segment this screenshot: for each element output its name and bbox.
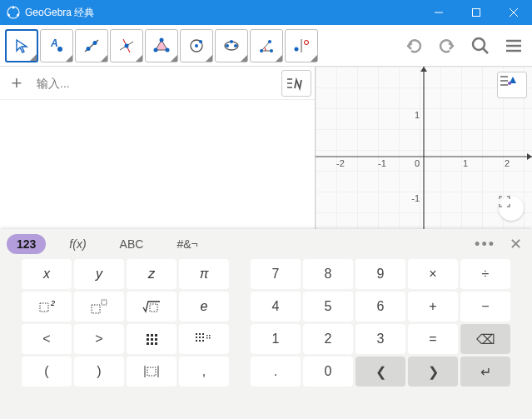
undo-button[interactable] [400, 32, 427, 59]
svg-rect-72 [147, 367, 156, 376]
menu-button[interactable] [500, 32, 527, 59]
kb-more-button[interactable]: ••• [475, 236, 495, 253]
add-input-button[interactable]: + [0, 72, 33, 94]
graphics-view[interactable]: -2 -1 0 1 2 1 -1 [316, 67, 532, 229]
svg-rect-63 [199, 337, 201, 338]
key-left[interactable]: ❮ [355, 357, 405, 387]
key-lparen[interactable]: ( [22, 357, 72, 387]
key-6[interactable]: 6 [355, 292, 405, 322]
svg-point-28 [270, 49, 273, 52]
key-0[interactable]: 0 [303, 357, 353, 387]
svg-point-27 [260, 49, 263, 52]
tool-angle[interactable] [250, 29, 283, 62]
svg-text:1: 1 [463, 158, 468, 168]
svg-point-21 [195, 44, 198, 47]
key-gt[interactable]: > [74, 324, 124, 354]
key-dot[interactable]: . [251, 357, 301, 387]
key-backspace[interactable]: ⌫ [460, 324, 510, 354]
key-enter[interactable]: ↵ [460, 357, 510, 387]
redo-button[interactable] [434, 32, 460, 59]
svg-text:2: 2 [50, 299, 55, 307]
fullscreen-button[interactable] [499, 196, 524, 221]
key-comma[interactable]: , [179, 357, 229, 387]
svg-point-9 [57, 47, 62, 52]
kb-tab-numeric[interactable]: 123 [7, 234, 46, 254]
algebra-view: + [0, 67, 316, 229]
key-minus[interactable]: − [460, 292, 510, 322]
svg-point-25 [234, 44, 237, 47]
search-button[interactable] [467, 32, 494, 59]
key-sqrt[interactable] [127, 292, 177, 322]
key-x[interactable]: x [22, 259, 72, 289]
maximize-button[interactable] [457, 0, 495, 25]
key-7[interactable]: 7 [251, 259, 301, 289]
tool-polygon[interactable] [145, 29, 178, 62]
key-y[interactable]: y [74, 259, 124, 289]
minimize-button[interactable] [420, 0, 457, 25]
svg-rect-59 [196, 333, 197, 335]
tool-reflect[interactable] [285, 29, 318, 62]
svg-point-32 [305, 40, 309, 44]
svg-point-31 [295, 47, 299, 51]
key-4[interactable]: 4 [251, 292, 301, 322]
svg-rect-58 [150, 304, 157, 312]
svg-rect-5 [472, 9, 480, 17]
key-power[interactable] [74, 292, 124, 322]
tool-perpendicular[interactable] [110, 29, 143, 62]
svg-point-22 [199, 40, 202, 43]
kb-close-button[interactable]: ✕ [505, 235, 525, 253]
tool-move[interactable] [5, 29, 38, 62]
close-button[interactable] [495, 0, 532, 25]
main-area: + -2 -1 0 1 2 1 -1 [0, 67, 532, 229]
kb-tab-symbols[interactable]: #&¬ [167, 234, 207, 254]
algebra-input[interactable] [33, 77, 281, 90]
svg-point-12 [93, 41, 97, 45]
tool-circle[interactable] [180, 29, 213, 62]
svg-text:-2: -2 [336, 158, 345, 168]
key-z[interactable]: z [127, 259, 177, 289]
kb-tab-functions[interactable]: f(x) [59, 234, 96, 254]
key-multiply[interactable]: × [408, 259, 458, 289]
svg-rect-66 [199, 340, 201, 342]
graphics-style-button[interactable] [497, 72, 527, 98]
svg-point-15 [125, 43, 129, 47]
svg-rect-71 [209, 337, 211, 339]
symbolic-toggle[interactable] [281, 70, 311, 97]
svg-rect-65 [196, 340, 197, 342]
key-1[interactable]: 1 [251, 324, 301, 354]
tool-ellipse[interactable] [215, 29, 248, 62]
svg-point-2 [7, 14, 10, 17]
key-matrix-small[interactable] [127, 324, 177, 354]
svg-point-33 [473, 38, 485, 50]
key-2[interactable]: 2 [303, 324, 353, 354]
key-9[interactable]: 9 [355, 259, 405, 289]
svg-text:-1: -1 [411, 193, 420, 203]
key-right[interactable]: ❯ [408, 357, 458, 387]
key-8[interactable]: 8 [303, 259, 353, 289]
key-3[interactable]: 3 [355, 324, 405, 354]
svg-rect-54 [40, 303, 48, 312]
key-lt[interactable]: < [22, 324, 72, 354]
key-matrix-large[interactable] [179, 324, 229, 354]
svg-rect-70 [206, 337, 208, 339]
key-equals[interactable]: = [408, 324, 458, 354]
key-square[interactable]: 2 [22, 292, 72, 322]
tool-point[interactable]: A [40, 29, 73, 62]
key-e[interactable]: e [179, 292, 229, 322]
window-title: GeoGebra 经典 [25, 6, 420, 20]
kb-tab-abc[interactable]: ABC [110, 234, 154, 254]
svg-rect-68 [206, 335, 208, 337]
key-5[interactable]: 5 [303, 292, 353, 322]
key-vector[interactable] [127, 357, 177, 387]
svg-point-3 [17, 14, 19, 17]
svg-text:0: 0 [415, 158, 420, 168]
svg-rect-60 [199, 333, 201, 335]
svg-point-29 [268, 40, 271, 43]
svg-point-11 [87, 47, 91, 51]
key-plus[interactable]: + [408, 292, 458, 322]
svg-point-24 [226, 44, 229, 47]
key-pi[interactable]: π [179, 259, 229, 289]
key-rparen[interactable]: ) [74, 357, 124, 387]
tool-line[interactable] [75, 29, 108, 62]
key-divide[interactable]: ÷ [460, 259, 510, 289]
